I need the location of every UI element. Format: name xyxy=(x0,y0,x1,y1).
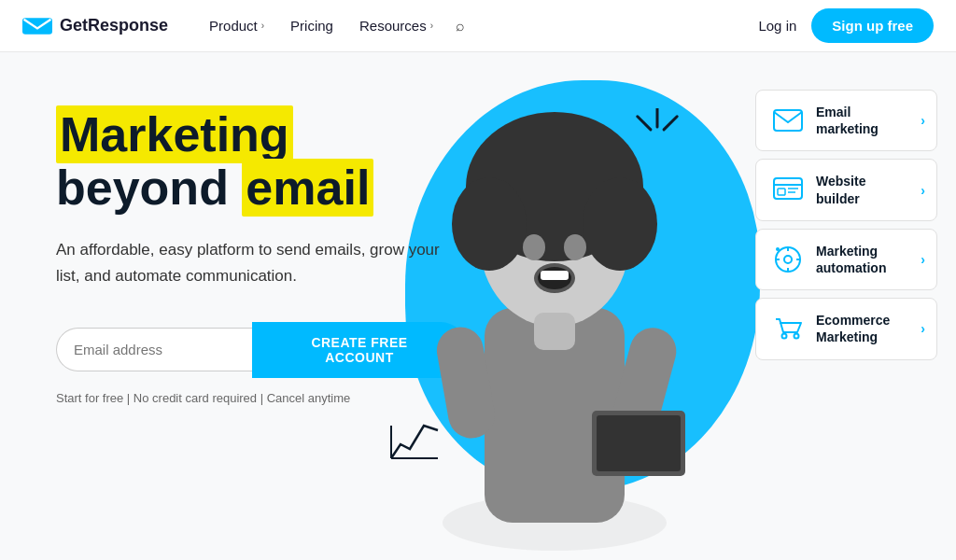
ecommerce-marketing-label: EcommerceMarketing xyxy=(816,312,890,345)
svg-point-12 xyxy=(523,234,545,260)
feature-cards: Emailmarketing › Websitebuilder › xyxy=(755,90,937,360)
svg-point-29 xyxy=(784,256,792,263)
svg-point-36 xyxy=(794,334,799,339)
search-icon[interactable]: ⌕ xyxy=(448,10,472,42)
nav-product[interactable]: Product › xyxy=(198,10,275,41)
ecommerce-icon xyxy=(771,312,805,345)
svg-rect-25 xyxy=(778,189,785,195)
logo[interactable]: GetResponse xyxy=(22,15,168,37)
signup-button[interactable]: Sign up free xyxy=(811,8,934,43)
svg-rect-20 xyxy=(597,415,681,471)
svg-point-13 xyxy=(564,234,586,260)
hero-image-area: Emailmarketing › Websitebuilder › xyxy=(377,52,956,560)
logo-icon xyxy=(22,15,52,37)
svg-point-10 xyxy=(452,177,527,271)
nav-links: Product › Pricing Resources › ⌕ xyxy=(198,10,758,42)
automation-icon xyxy=(771,243,805,276)
email-input[interactable] xyxy=(56,328,252,371)
chevron-icon: › xyxy=(261,21,264,31)
card-chevron-icon: › xyxy=(921,113,925,128)
chart-decoration xyxy=(387,416,443,467)
card-chevron-icon: › xyxy=(921,321,925,336)
title-highlight-email: email xyxy=(242,159,373,217)
nav-pricing[interactable]: Pricing xyxy=(279,10,344,41)
chevron-icon: › xyxy=(430,21,433,31)
svg-rect-16 xyxy=(541,271,569,280)
ecommerce-marketing-card[interactable]: EcommerceMarketing › xyxy=(755,298,937,359)
hero-section: Marketing beyond email An affordable, ea… xyxy=(0,52,956,560)
website-builder-card[interactable]: Websitebuilder › xyxy=(755,159,937,220)
hero-subtitle: An affordable, easy platform to send ema… xyxy=(56,237,448,287)
website-icon xyxy=(771,174,805,207)
marketing-automation-label: Marketingautomation xyxy=(816,243,886,276)
logo-text: GetResponse xyxy=(60,16,168,35)
website-builder-label: Websitebuilder xyxy=(816,173,865,206)
sparkle-decoration xyxy=(629,108,685,168)
card-chevron-icon: › xyxy=(921,252,925,267)
marketing-automation-card[interactable]: Marketingautomation › xyxy=(755,229,937,290)
card-chevron-icon: › xyxy=(921,183,925,198)
login-button[interactable]: Log in xyxy=(758,18,796,34)
svg-rect-21 xyxy=(534,313,575,350)
svg-line-2 xyxy=(664,117,677,130)
navbar: GetResponse Product › Pricing Resources … xyxy=(0,0,956,52)
nav-resources[interactable]: Resources › xyxy=(348,10,444,41)
svg-point-11 xyxy=(583,177,657,271)
svg-rect-22 xyxy=(774,110,802,131)
email-marketing-card[interactable]: Emailmarketing › xyxy=(755,90,937,151)
email-icon xyxy=(771,104,805,137)
svg-point-35 xyxy=(782,334,787,339)
title-highlight-marketing: Marketing xyxy=(56,105,293,163)
nav-right: Log in Sign up free xyxy=(758,8,934,43)
email-marketing-label: Emailmarketing xyxy=(816,104,879,137)
svg-line-3 xyxy=(638,117,651,130)
svg-point-34 xyxy=(776,247,780,251)
